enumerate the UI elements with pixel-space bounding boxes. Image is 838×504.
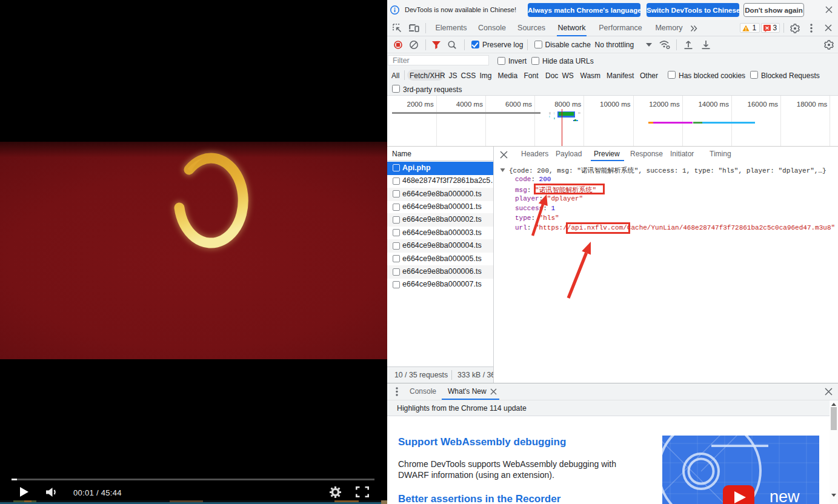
svg-text:new: new [770,488,800,504]
